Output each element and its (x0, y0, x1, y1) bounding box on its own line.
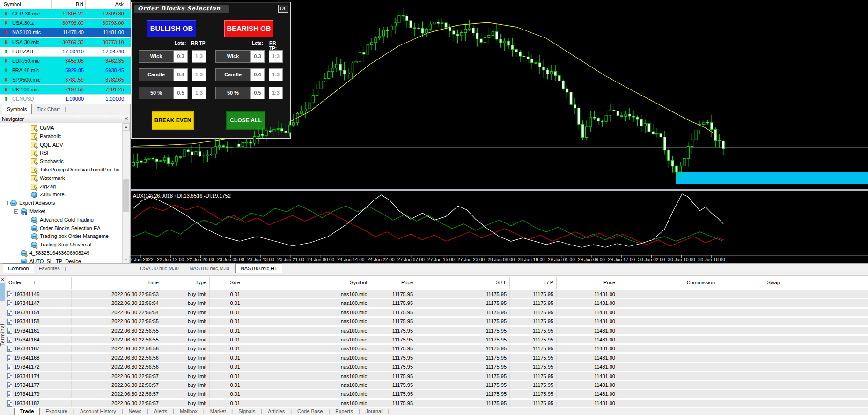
terminal-tab-articles[interactable]: Articles (262, 408, 290, 415)
column-price[interactable]: Price (373, 280, 413, 285)
market-watch-row[interactable]: ⬇UK.100.mic7193.557201.25 (0, 85, 131, 95)
order-row[interactable]: 1973411642022.06.30 22:56:55buy limit0.0… (6, 336, 868, 344)
order-row[interactable]: 1973411792022.06.30 22:56:57buy limit0.0… (6, 390, 868, 399)
order-document-icon (7, 310, 12, 316)
bearish-wick-button[interactable]: Wick (215, 50, 250, 63)
scrollbar-thumb[interactable] (123, 179, 129, 212)
order-row[interactable]: 1973411462022.06.30 22:56:53buy limit0.0… (6, 290, 868, 299)
column-bid[interactable]: Bid (76, 1, 83, 7)
bullish-candle-button[interactable]: Candle (139, 68, 174, 81)
tab-symbols[interactable]: Symbols (2, 104, 32, 114)
tab-tick-chart[interactable]: Tick Chart (32, 105, 65, 114)
bullish-rr-tp-input[interactable]: 1:3 (192, 50, 206, 63)
order-row[interactable]: 1973411472022.06.30 22:56:54buy limit0.0… (6, 299, 868, 308)
chart-tab-nas100-mic-h1[interactable]: NAS100.mic,H1 (235, 263, 282, 273)
close-icon[interactable]: ✕ (124, 116, 128, 122)
terminal-tab-code-base[interactable]: Code Base (292, 408, 328, 415)
bullish-rr-tp-input[interactable]: 1:3 (192, 87, 206, 99)
column-order[interactable]: Order (8, 280, 68, 285)
chart-tab-nas100-mic-m30[interactable]: NAS100.mic,M30 (184, 264, 234, 273)
terminal-tab-news[interactable]: News (123, 408, 147, 415)
bullish-lots-input[interactable]: 0.4 (174, 68, 188, 81)
market-watch-row[interactable]: ⬆FRA.40.mic5929.855938.45 (0, 66, 131, 75)
column-type[interactable]: Type (164, 280, 206, 285)
indicator-icon: f (31, 133, 37, 140)
ask-value: 17.04740 (103, 49, 124, 54)
close-all-button[interactable]: CLOSE ALL (226, 111, 265, 130)
terminal-tab-journal[interactable]: Journal (360, 408, 388, 415)
market-watch-row[interactable]: ⬇SPX500.mic3781.593782.65 (0, 75, 131, 85)
timeline-label: 29 Jun 17:00 (608, 257, 635, 262)
order-row[interactable]: 1973411722022.06.30 22:56:56buy limit0.0… (6, 363, 868, 371)
order-row[interactable]: 1973411772022.06.30 22:56:57buy limit0.0… (6, 381, 868, 390)
terminal-tab-alerts[interactable]: Alerts (148, 408, 173, 415)
column-ask[interactable]: Ask (115, 1, 124, 7)
bullish-wick-button[interactable]: Wick (139, 50, 174, 63)
bullish-50--button[interactable]: 50 % (139, 87, 174, 99)
terminal-tab-trade[interactable]: Trade (14, 408, 40, 415)
bullish-ob-button[interactable]: BULLISH OB (147, 20, 196, 37)
market-watch-row[interactable]: ⬇USA.30.z30793.0030793.00 (0, 19, 131, 28)
arrow-down-icon: ⬇ (4, 58, 8, 64)
bearish-lots-input[interactable]: 0.3 (250, 50, 265, 63)
tree-expander-icon[interactable]: − (4, 201, 8, 205)
market-watch-row[interactable]: ⬆EURZAR.17.0341017.04740 (0, 47, 131, 57)
bearish-candle-button[interactable]: Candle (215, 68, 250, 81)
bullish-lots-input[interactable]: 0.3 (174, 50, 188, 63)
tree-expander-icon[interactable]: − (14, 209, 18, 214)
order-row[interactable]: 1973411582022.06.30 22:56:55buy limit0.0… (6, 318, 868, 326)
navigator-scrollbar[interactable]: ▲ ▼ (122, 123, 130, 263)
order-row[interactable]: 1973411612022.06.30 22:56:55buy limit0.0… (6, 327, 868, 335)
chart-tab-usa-30-mic-m30[interactable]: USA.30.mic,M30 (135, 264, 184, 273)
bearish-lots-input[interactable]: 0.4 (250, 68, 265, 81)
order-blocks-panel-title[interactable]: Order Blocks Selection (134, 5, 229, 13)
column-time[interactable]: Time (74, 280, 159, 285)
column-price2[interactable]: Price (559, 280, 615, 285)
order-row[interactable]: 1973411822022.06.30 22:56:57buy limit0.0… (6, 400, 868, 408)
terminal-tab-experts[interactable]: Experts (330, 408, 358, 415)
ask-value: 1.00000 (105, 96, 124, 102)
bearish-ob-button[interactable]: BEARISH OB (224, 20, 273, 37)
bearish-50--button[interactable]: 50 % (215, 87, 250, 99)
terminal-tab-exposure[interactable]: Exposure (40, 408, 73, 415)
bearish-rr-tp-input[interactable]: 1:3 (269, 50, 283, 63)
bearish-rr-tp-input[interactable]: 1:3 (269, 87, 283, 99)
tab-common[interactable]: Common (3, 263, 34, 273)
tab-favorites[interactable]: Favorites (34, 264, 65, 273)
lots-label: Lots: (252, 41, 263, 46)
terminal-tab-mailbox[interactable]: Mailbox (174, 408, 203, 415)
terminal-tab-market[interactable]: Market (205, 408, 232, 415)
market-watch-row[interactable]: ⬇USA.30.mic30769.3030773.10 (0, 38, 131, 47)
scroll-up-icon[interactable]: ▲ (123, 123, 130, 131)
market-watch-row[interactable]: ⬆CENUSD1.000001.00000 (0, 95, 131, 104)
market-watch-row[interactable]: ⬇GER.30.mic12808.2012809.80 (0, 9, 131, 19)
order-row[interactable]: 1973411682022.06.30 22:56:56buy limit0.0… (6, 354, 868, 363)
close-icon[interactable]: ✕ (1, 277, 5, 282)
order-row[interactable]: 1973411672022.06.30 22:56:56buy limit0.0… (6, 345, 868, 353)
column-size[interactable]: Size (212, 280, 240, 285)
orders-table-header: Order/TimeTypeSizeSymbolPriceS / LT / PP… (6, 277, 868, 289)
terminal-tab-signals[interactable]: Signals (233, 408, 261, 415)
bearish-lots-input[interactable]: 0.5 (250, 87, 265, 99)
dl-button[interactable]: DL (278, 5, 288, 13)
cell-sl: 11175.95 (419, 328, 507, 333)
break-even-button[interactable]: BREAK EVEN (152, 111, 194, 130)
bearish-rr-tp-input[interactable]: 1:3 (269, 68, 283, 81)
column-symbol[interactable]: Symbol (4, 1, 21, 7)
column-tp[interactable]: T / P (512, 280, 553, 285)
column-sl[interactable]: S / L (419, 280, 507, 285)
cell-type: buy limit (164, 328, 206, 333)
indicator-icon: f (31, 125, 37, 131)
market-watch-row[interactable]: ⬇NAS100.mic11478.4011481.00 (0, 28, 131, 37)
column-symbol[interactable]: Symbol (246, 280, 367, 285)
order-row[interactable]: 1973411542022.06.30 22:56:54buy limit0.0… (6, 309, 868, 317)
order-row[interactable]: 1973411742022.06.30 22:56:57buy limit0.0… (6, 372, 868, 381)
column-commission[interactable]: Commission (621, 280, 715, 285)
bullish-rr-tp-input[interactable]: 1:3 (192, 68, 206, 81)
column-swap[interactable]: Swap (721, 280, 780, 285)
market-watch-row[interactable]: ⬇EUR.50.mic3455.053462.35 (0, 57, 131, 66)
terminal-tab-account-history[interactable]: Account History (74, 408, 122, 415)
symbol-name: FRA.40.mic (12, 67, 39, 73)
terminal-scroll-indicator[interactable] (0, 283, 5, 301)
bullish-lots-input[interactable]: 0.5 (174, 87, 188, 99)
